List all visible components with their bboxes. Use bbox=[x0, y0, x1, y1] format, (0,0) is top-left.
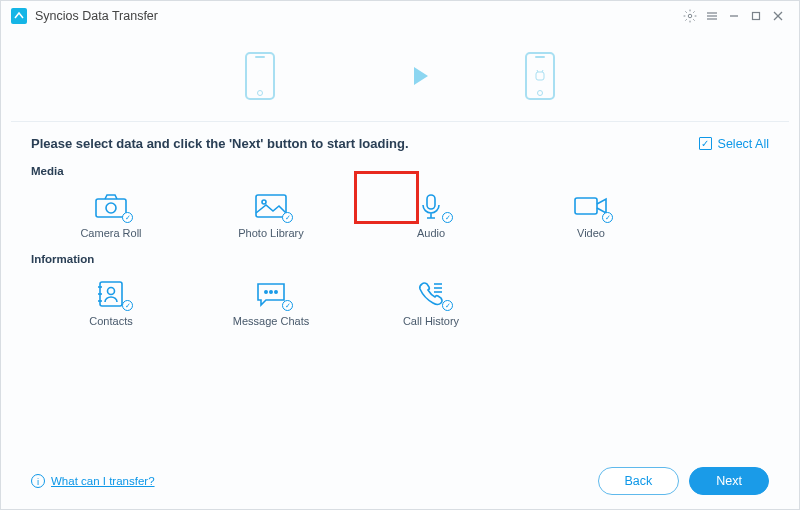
svg-point-18 bbox=[108, 288, 115, 295]
svg-rect-5 bbox=[753, 13, 760, 20]
app-title: Syncios Data Transfer bbox=[35, 9, 158, 23]
next-button[interactable]: Next bbox=[689, 467, 769, 495]
item-audio[interactable]: Audio bbox=[351, 187, 511, 243]
information-section-label: Information bbox=[31, 253, 769, 265]
device-bar bbox=[1, 31, 799, 121]
minimize-button[interactable] bbox=[723, 5, 745, 27]
svg-point-22 bbox=[265, 291, 267, 293]
svg-point-14 bbox=[262, 200, 266, 204]
information-grid: Contacts Message Chats Call History bbox=[31, 275, 769, 331]
footer: i What can I transfer? Back Next bbox=[1, 453, 799, 509]
media-grid: Camera Roll Photo Library Audio bbox=[31, 187, 769, 243]
svg-rect-16 bbox=[575, 198, 597, 214]
info-icon: i bbox=[31, 474, 45, 488]
item-call-history[interactable]: Call History bbox=[351, 275, 511, 331]
svg-point-24 bbox=[275, 291, 277, 293]
menu-button[interactable] bbox=[701, 5, 723, 27]
checkmark-icon bbox=[122, 212, 133, 223]
maximize-button[interactable] bbox=[745, 5, 767, 27]
target-device-icon bbox=[525, 52, 555, 100]
item-message-chats[interactable]: Message Chats bbox=[191, 275, 351, 331]
item-video[interactable]: Video bbox=[511, 187, 671, 243]
photo-icon bbox=[251, 191, 291, 221]
video-icon bbox=[571, 191, 611, 221]
titlebar: Syncios Data Transfer bbox=[1, 1, 799, 31]
close-button[interactable] bbox=[767, 5, 789, 27]
messages-icon bbox=[251, 279, 291, 309]
item-photo-library[interactable]: Photo Library bbox=[191, 187, 351, 243]
media-section-label: Media bbox=[31, 165, 769, 177]
svg-point-12 bbox=[106, 203, 116, 213]
checkmark-icon bbox=[282, 300, 293, 311]
checkmark-icon bbox=[442, 300, 453, 311]
svg-rect-8 bbox=[536, 72, 544, 80]
audio-icon bbox=[411, 191, 451, 221]
transfer-arrow-icon bbox=[370, 63, 430, 89]
content-area: Please select data and click the 'Next' … bbox=[1, 122, 799, 453]
select-all-checkbox[interactable]: Select All bbox=[699, 137, 769, 151]
camera-icon bbox=[91, 191, 131, 221]
item-camera-roll[interactable]: Camera Roll bbox=[31, 187, 191, 243]
contacts-icon bbox=[91, 279, 131, 309]
svg-point-0 bbox=[688, 14, 692, 18]
callhistory-icon bbox=[411, 279, 451, 309]
checkmark-icon bbox=[442, 212, 453, 223]
app-window: Syncios Data Transfer Plea bbox=[0, 0, 800, 510]
checkmark-icon bbox=[602, 212, 613, 223]
checkmark-icon bbox=[122, 300, 133, 311]
instruction-text: Please select data and click the 'Next' … bbox=[31, 136, 409, 151]
app-logo-icon bbox=[11, 8, 27, 24]
settings-button[interactable] bbox=[679, 5, 701, 27]
svg-point-23 bbox=[270, 291, 272, 293]
back-button[interactable]: Back bbox=[598, 467, 680, 495]
svg-rect-15 bbox=[427, 195, 435, 209]
check-icon bbox=[699, 137, 712, 150]
help-link[interactable]: i What can I transfer? bbox=[31, 474, 155, 488]
svg-rect-13 bbox=[256, 195, 286, 217]
checkmark-icon bbox=[282, 212, 293, 223]
item-contacts[interactable]: Contacts bbox=[31, 275, 191, 331]
source-device-icon bbox=[245, 52, 275, 100]
